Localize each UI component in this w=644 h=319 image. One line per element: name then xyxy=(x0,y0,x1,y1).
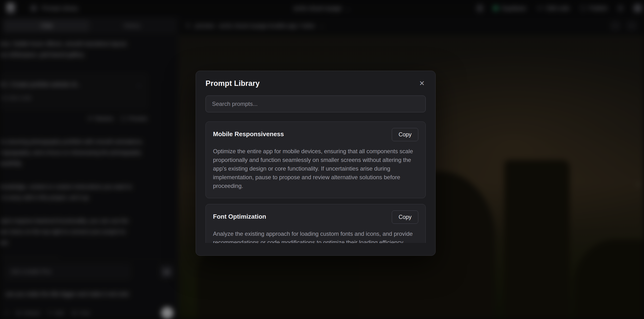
prompt-library-modal: Prompt Library ✕ Mobile Responsiveness C… xyxy=(196,71,436,256)
copy-button[interactable]: Copy xyxy=(392,128,418,141)
modal-title: Prompt Library xyxy=(206,79,260,88)
prompt-description: Analyze the existing approach for loadin… xyxy=(213,230,418,243)
prompt-description: Optimize the entire app for mobile devic… xyxy=(213,147,418,190)
prompt-list[interactable]: Mobile Responsiveness Copy Optimize the … xyxy=(206,122,426,243)
prompt-card-font-optimization: Font Optimization Copy Analyze the exist… xyxy=(206,204,426,243)
screen: Prompt Library arctic-cloud-voyage ⌄ Sup… xyxy=(0,0,644,319)
search-input[interactable] xyxy=(206,96,426,112)
prompt-title: Font Optimization xyxy=(213,210,266,220)
close-icon[interactable]: ✕ xyxy=(418,79,426,88)
prompt-title: Mobile Responsiveness xyxy=(213,128,284,138)
prompt-card-mobile-responsiveness: Mobile Responsiveness Copy Optimize the … xyxy=(206,122,426,198)
copy-button[interactable]: Copy xyxy=(392,210,418,224)
